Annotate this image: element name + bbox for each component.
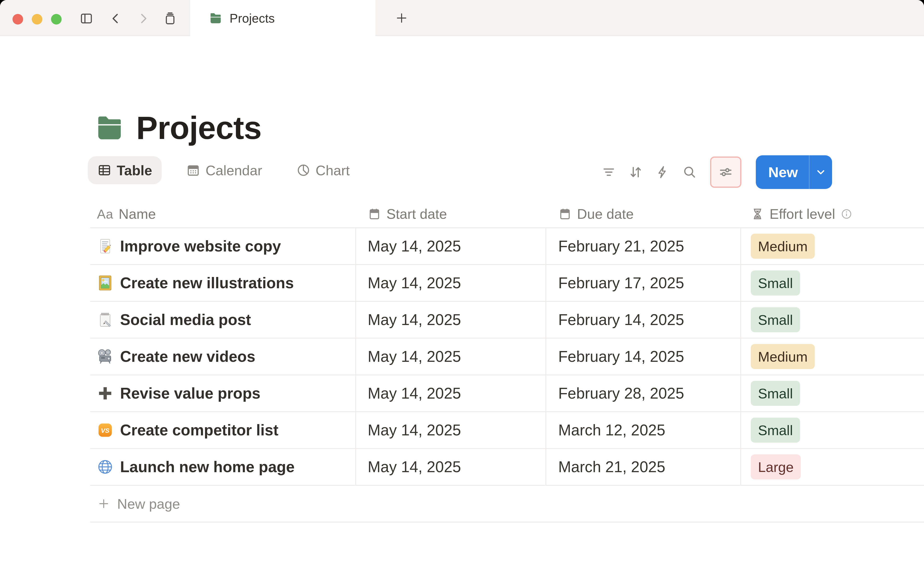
effort-badge[interactable]: Small [751,307,800,332]
table-body: Improve website copy May 14, 2025 Februa… [90,228,924,486]
row-title[interactable]: Social media post [120,311,251,329]
back-icon[interactable] [109,11,123,26]
page-title[interactable]: Projects [136,110,262,146]
vs-badge-icon: VS [97,422,113,438]
row-title[interactable]: Revise value props [120,384,260,402]
minimize-window-button[interactable] [32,14,42,24]
new-button-dropdown[interactable] [809,155,832,189]
svg-text:VS: VS [101,427,110,434]
due-date-cell[interactable]: February 21, 2025 [546,228,741,264]
effort-cell[interactable]: Medium [741,228,924,264]
tab-projects[interactable]: Projects [190,0,375,37]
zoom-window-button[interactable] [51,14,61,24]
effort-badge[interactable]: Small [751,417,800,443]
start-date-cell[interactable]: May 14, 2025 [356,412,546,448]
calendar-icon [186,163,200,177]
row-title[interactable]: Create new videos [120,348,255,366]
effort-badge[interactable]: Medium [751,234,815,259]
tab-stack-icon[interactable] [163,11,177,26]
table-icon [97,163,111,177]
table-row[interactable]: Launch new home page May 14, 2025 March … [90,449,924,486]
table-header: Aa Name Start date Due date [90,200,924,228]
effort-cell[interactable]: Small [741,375,924,411]
table-row[interactable]: Revise value props May 14, 2025 February… [90,375,924,412]
view-settings-button[interactable] [710,156,741,188]
view-tab-chart[interactable]: Chart [287,156,360,184]
row-title[interactable]: Improve website copy [120,237,281,255]
page-folder-icon[interactable] [96,116,123,140]
new-button-label[interactable]: New [756,155,809,189]
view-tab-table[interactable]: Table [88,156,162,184]
column-header-effort-level[interactable]: Effort level [741,200,924,227]
pie-chart-icon [296,163,310,177]
sliders-icon [718,164,733,180]
tab-bar: Projects [0,0,924,36]
table-row[interactable]: Social media post May 14, 2025 February … [90,302,924,338]
calendar-icon [558,207,572,221]
column-header-name[interactable]: Aa Name [90,200,356,227]
effort-badge[interactable]: Small [751,381,800,406]
film-projector-icon [97,348,113,365]
heavy-plus-icon [97,385,113,401]
close-window-button[interactable] [13,14,23,24]
row-title[interactable]: Launch new home page [120,458,294,476]
due-date-cell[interactable]: February 14, 2025 [546,338,741,375]
text-icon: Aa [97,206,113,221]
effort-badge[interactable]: Medium [751,344,815,369]
calendar-icon [368,207,381,221]
due-date-cell[interactable]: March 12, 2025 [546,412,741,448]
column-header-due-date[interactable]: Due date [546,200,741,227]
effort-badge[interactable]: Large [751,455,801,479]
chevron-down-icon [814,166,827,178]
view-tab-calendar[interactable]: Calendar [177,156,272,184]
search-icon[interactable] [682,164,698,180]
table-row[interactable]: Create new illustrations May 14, 2025 Fe… [90,265,924,302]
automations-icon[interactable] [655,164,670,180]
start-date-cell[interactable]: May 14, 2025 [356,375,546,411]
start-date-cell[interactable]: May 14, 2025 [356,265,546,301]
column-header-start-date[interactable]: Start date [356,200,546,227]
new-button[interactable]: New [756,155,832,189]
due-date-cell[interactable]: March 21, 2025 [546,449,741,485]
due-date-cell[interactable]: February 28, 2025 [546,375,741,411]
sidebar-toggle-icon[interactable] [79,11,94,26]
globe-icon [97,459,113,475]
new-page-button[interactable]: New page [90,486,924,522]
notion-window: Projects Projects Table [0,0,924,577]
start-date-cell[interactable]: May 14, 2025 [356,338,546,375]
forward-icon[interactable] [136,11,150,26]
plus-icon [97,497,110,510]
effort-cell[interactable]: Medium [741,338,924,375]
start-date-cell[interactable]: May 14, 2025 [356,228,546,264]
effort-cell[interactable]: Large [741,449,924,485]
effort-badge[interactable]: Small [751,271,800,295]
sort-icon[interactable] [628,164,644,180]
table-row[interactable]: Improve website copy May 14, 2025 Februa… [90,228,924,265]
filter-icon[interactable] [601,164,617,180]
row-title[interactable]: Create new illustrations [120,274,294,292]
due-date-cell[interactable]: February 14, 2025 [546,302,741,338]
spiral-notepad-icon [97,311,113,328]
memo-pencil-icon [97,238,113,255]
framed-picture-icon [97,275,113,291]
start-date-cell[interactable]: May 14, 2025 [356,302,546,338]
effort-cell[interactable]: Small [741,302,924,338]
row-title[interactable]: Create competitor list [120,421,278,439]
start-date-cell[interactable]: May 14, 2025 [356,449,546,485]
effort-cell[interactable]: Small [741,412,924,448]
page-header: Projects [96,110,262,146]
due-date-cell[interactable]: February 17, 2025 [546,265,741,301]
folder-icon [209,11,222,25]
new-tab-button[interactable] [394,11,409,26]
table-row[interactable]: VS Create competitor list May 14, 2025 M… [90,412,924,449]
table-row[interactable]: Create new videos May 14, 2025 February … [90,338,924,375]
tab-title: Projects [229,11,275,26]
view-tabs: Table Calendar Chart [88,156,359,184]
view-toolbar: New [601,156,832,188]
effort-cell[interactable]: Small [741,265,924,301]
hourglass-icon [751,207,764,221]
info-icon [840,208,853,220]
database-table: Aa Name Start date Due date [90,200,924,522]
